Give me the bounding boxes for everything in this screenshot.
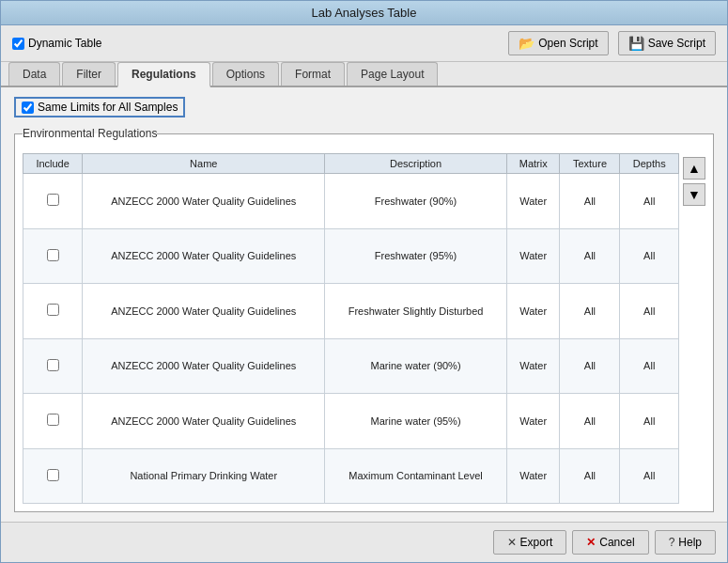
col-description: Description: [325, 154, 507, 174]
row-matrix: Water: [506, 338, 560, 394]
row-include-cell[interactable]: [23, 394, 83, 449]
save-script-icon: 💾: [628, 36, 644, 51]
table-row: ANZECC 2000 Water Quality GuidelinesMari…: [23, 394, 679, 449]
save-script-label: Save Script: [648, 37, 705, 50]
row-name: ANZECC 2000 Water Quality Guidelines: [83, 228, 325, 284]
window-title: Lab Analyses Table: [312, 6, 417, 20]
tab-regulations[interactable]: Regulations: [117, 62, 210, 87]
same-limits-row: Same Limits for All Samples: [14, 97, 714, 117]
group-box-legend: Environmental Regulations: [23, 127, 157, 140]
dynamic-table-checkbox-label[interactable]: Dynamic Table: [12, 37, 101, 50]
tab-options[interactable]: Options: [212, 62, 279, 86]
row-name: National Primary Drinking Water: [83, 448, 325, 504]
cancel-label: Cancel: [599, 536, 634, 549]
row-matrix: Water: [506, 174, 560, 229]
col-depths: Depths: [620, 154, 679, 174]
row-include-cell[interactable]: [23, 174, 83, 229]
row-matrix: Water: [506, 448, 560, 504]
environmental-regulations-group: Environmental Regulations Include Name D…: [14, 127, 714, 512]
row-include-checkbox[interactable]: [47, 469, 59, 481]
tab-page-layout[interactable]: Page Layout: [347, 62, 438, 86]
table-row: ANZECC 2000 Water Quality GuidelinesMari…: [23, 338, 679, 394]
main-window: Lab Analyses Table Dynamic Table 📂 Open …: [0, 0, 728, 563]
title-bar: Lab Analyses Table: [1, 1, 727, 25]
row-description: Freshwater (95%): [325, 228, 507, 284]
tab-data[interactable]: Data: [8, 62, 60, 86]
row-depths: All: [620, 338, 679, 394]
open-script-button[interactable]: 📂 Open Script: [508, 31, 608, 55]
row-matrix: Water: [506, 394, 560, 449]
arrow-panel: ▲ ▼: [683, 153, 705, 504]
col-matrix: Matrix: [506, 154, 560, 174]
export-label: Export: [520, 536, 553, 549]
cancel-button[interactable]: ✕ Cancel: [572, 530, 648, 555]
row-include-checkbox[interactable]: [47, 249, 59, 261]
same-limits-checkbox-label[interactable]: Same Limits for All Samples: [14, 97, 185, 117]
row-texture: All: [560, 284, 620, 339]
row-matrix: Water: [506, 284, 560, 339]
table-row: ANZECC 2000 Water Quality GuidelinesFres…: [23, 228, 679, 284]
row-texture: All: [560, 338, 620, 394]
open-script-icon: 📂: [519, 36, 534, 51]
footer: ✕ Export ✕ Cancel ? Help: [1, 522, 727, 562]
row-include-checkbox[interactable]: [47, 194, 59, 206]
export-button[interactable]: ✕ Export: [493, 530, 567, 555]
same-limits-label: Same Limits for All Samples: [38, 101, 178, 114]
row-include-cell[interactable]: [23, 338, 83, 394]
regulations-table: Include Name Description Matrix Texture …: [23, 153, 679, 504]
row-texture: All: [560, 448, 620, 504]
move-up-button[interactable]: ▲: [683, 157, 705, 180]
row-texture: All: [560, 228, 620, 284]
row-depths: All: [620, 284, 679, 339]
table-row: ANZECC 2000 Water Quality GuidelinesFres…: [23, 284, 679, 339]
row-include-cell[interactable]: [23, 284, 83, 339]
table-row: ANZECC 2000 Water Quality GuidelinesFres…: [23, 174, 679, 229]
move-down-button[interactable]: ▼: [683, 183, 705, 206]
col-include: Include: [23, 154, 83, 174]
dynamic-table-label: Dynamic Table: [28, 37, 101, 50]
row-include-checkbox[interactable]: [47, 359, 59, 371]
tab-filter[interactable]: Filter: [62, 62, 116, 86]
same-limits-checkbox[interactable]: [22, 102, 34, 114]
row-include-checkbox[interactable]: [47, 304, 59, 316]
cancel-icon: ✕: [586, 536, 596, 549]
row-name: ANZECC 2000 Water Quality Guidelines: [83, 338, 325, 394]
row-include-checkbox[interactable]: [47, 414, 59, 426]
table-row: National Primary Drinking WaterMaximum C…: [23, 448, 679, 504]
toolbar: Dynamic Table 📂 Open Script 💾 Save Scrip…: [1, 25, 727, 62]
row-name: ANZECC 2000 Water Quality Guidelines: [83, 174, 325, 229]
row-depths: All: [620, 448, 679, 504]
save-script-button[interactable]: 💾 Save Script: [618, 31, 716, 55]
col-texture: Texture: [560, 154, 620, 174]
help-label: Help: [678, 536, 702, 549]
row-depths: All: [620, 174, 679, 229]
content-area: Same Limits for All Samples Environmenta…: [1, 87, 727, 522]
row-include-cell[interactable]: [23, 448, 83, 504]
help-icon: ?: [669, 536, 675, 549]
help-button[interactable]: ? Help: [655, 530, 716, 555]
row-depths: All: [620, 228, 679, 284]
tab-format[interactable]: Format: [281, 62, 345, 86]
open-script-label: Open Script: [538, 37, 597, 50]
row-include-cell[interactable]: [23, 228, 83, 284]
row-description: Marine water (90%): [325, 338, 507, 394]
row-description: Freshwater Slightly Disturbed: [325, 284, 507, 339]
row-depths: All: [620, 394, 679, 449]
row-texture: All: [560, 394, 620, 449]
export-icon: ✕: [507, 536, 517, 549]
row-matrix: Water: [506, 228, 560, 284]
row-name: ANZECC 2000 Water Quality Guidelines: [83, 284, 325, 339]
dynamic-table-checkbox[interactable]: [12, 38, 24, 50]
row-description: Maximum Contaminant Level: [325, 448, 507, 504]
col-name: Name: [83, 154, 325, 174]
table-container: Include Name Description Matrix Texture …: [23, 153, 705, 504]
row-description: Marine water (95%): [325, 394, 507, 449]
row-name: ANZECC 2000 Water Quality Guidelines: [83, 394, 325, 449]
row-description: Freshwater (90%): [325, 174, 507, 229]
tabs-bar: Data Filter Regulations Options Format P…: [1, 62, 727, 87]
row-texture: All: [560, 174, 620, 229]
